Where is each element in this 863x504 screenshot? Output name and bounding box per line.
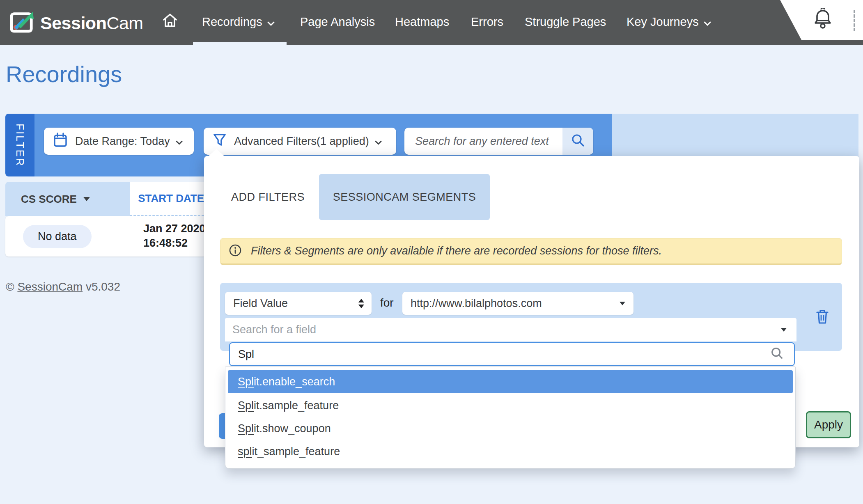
field-type-select[interactable]: Field Value	[225, 292, 372, 315]
nav-item-label: Recordings	[202, 15, 262, 29]
info-icon	[229, 244, 242, 259]
column-label: START DATE	[138, 192, 204, 205]
tab-add-filters[interactable]: ADD FILTERS	[223, 185, 313, 209]
sessioncam-footer-link[interactable]: SessionCam	[17, 280, 83, 293]
advanced-filters-button[interactable]: Advanced Filters(1 applied)	[204, 128, 396, 155]
field-options-listbox: Split.enable_search Split.sample_feature…	[225, 367, 796, 469]
calendar-icon	[53, 132, 68, 151]
field-search-field	[229, 342, 795, 366]
active-tab-indicator	[193, 42, 287, 45]
home-icon	[163, 13, 177, 31]
copyright-symbol: ©	[6, 280, 14, 293]
search-input[interactable]	[404, 128, 562, 155]
select-caret-icon	[620, 302, 625, 305]
date-range-button[interactable]: Date Range: Today	[44, 128, 194, 155]
tab-label: ADD FILTERS	[231, 191, 305, 204]
site-select-value: http://www.bilalphotos.com	[411, 297, 620, 310]
notification-bell-icon[interactable]	[814, 8, 831, 31]
search-button[interactable]	[562, 128, 593, 155]
field-option-split-sample-feature-lower[interactable]: split_sample_feature	[228, 440, 793, 463]
chevron-down-icon	[176, 135, 183, 148]
trash-icon	[815, 319, 829, 326]
page-title: Recordings	[6, 61, 122, 87]
table-row[interactable]: No data Jan 27 2020, 16:48:52	[5, 216, 204, 257]
apply-button[interactable]: Apply	[806, 411, 851, 438]
filter-tab-label: FILTER	[14, 124, 26, 167]
version-label: v5.032	[86, 280, 120, 293]
sessioncam-logo-text: SessionCam	[40, 13, 143, 33]
nav-item-label: Page Analysis	[300, 15, 375, 29]
funnel-filter-icon	[213, 133, 227, 150]
chevron-down-icon	[267, 15, 275, 29]
site-select[interactable]: http://www.bilalphotos.com	[402, 292, 633, 315]
date-range-label: Date Range: Today	[75, 135, 170, 148]
cs-score-badge: No data	[23, 225, 92, 248]
sessioncam-logo[interactable]: SessionCam	[10, 11, 143, 35]
chevron-down-icon	[375, 135, 382, 148]
copyright-footer: © SessionCam v5.032	[6, 280, 120, 293]
text-search-field	[404, 128, 593, 155]
column-label: CS SCORE	[21, 193, 77, 206]
filter-side-tab[interactable]: FILTER	[5, 114, 34, 176]
field-type-value: Field Value	[233, 297, 358, 310]
field-option-split-sample-feature[interactable]: Split.sample_feature	[228, 394, 793, 417]
sort-desc-icon	[83, 197, 90, 201]
field-select-placeholder: Search for a field	[232, 323, 781, 336]
tab-sessioncam-segments[interactable]: SESSIONCAM SEGMENTS	[319, 174, 490, 220]
nav-item-label: Key Journeys	[627, 15, 699, 29]
column-header-cs-score[interactable]: CS SCORE	[5, 182, 130, 216]
select-caret-icon	[781, 328, 787, 332]
nav-item-heatmaps[interactable]: Heatmaps	[395, 12, 449, 31]
apply-button-label: Apply	[814, 418, 843, 431]
select-updown-icon	[358, 299, 364, 308]
tab-label: SESSIONCAM SEGMENTS	[333, 191, 476, 204]
for-label: for	[380, 296, 394, 309]
nav-item-key-journeys[interactable]: Key Journeys	[627, 12, 711, 31]
nav-item-label: Errors	[471, 15, 503, 29]
nav-item-label: Struggle Pages	[525, 15, 606, 29]
nav-item-page-analysis[interactable]: Page Analysis	[300, 12, 375, 31]
field-select-trigger[interactable]: Search for a field	[225, 318, 796, 341]
panel-arrow-notch	[208, 149, 225, 157]
info-banner-text: Filters & Segments are only available if…	[251, 245, 662, 257]
column-header-start-date[interactable]: START DATE	[130, 182, 204, 216]
info-banner: Filters & Segments are only available if…	[220, 238, 842, 265]
start-date-cell: Jan 27 2020, 16:48:52	[143, 222, 204, 250]
recordings-table-header: CS SCORE START DATE	[5, 182, 204, 216]
field-search-input[interactable]	[238, 348, 770, 361]
field-option-split-show-coupon[interactable]: Split.show_coupon	[228, 417, 793, 440]
search-icon	[770, 346, 784, 362]
top-navbar: SessionCam Recordings Page Analysis Heat…	[0, 0, 863, 45]
search-icon	[571, 133, 585, 149]
vertical-dots-menu-icon[interactable]	[854, 10, 855, 31]
advanced-filters-label: Advanced Filters(1 applied)	[234, 135, 369, 148]
nav-item-label: Heatmaps	[395, 15, 449, 29]
nav-home-button[interactable]	[163, 12, 177, 31]
field-option-split-enable-search[interactable]: Split.enable_search	[228, 370, 793, 393]
sessioncam-logo-icon	[10, 11, 35, 35]
chevron-down-icon	[704, 15, 711, 29]
nav-item-recordings[interactable]: Recordings	[202, 12, 275, 31]
nav-item-struggle-pages[interactable]: Struggle Pages	[525, 12, 606, 31]
delete-filter-button[interactable]	[815, 309, 829, 327]
nav-item-errors[interactable]: Errors	[471, 12, 503, 31]
